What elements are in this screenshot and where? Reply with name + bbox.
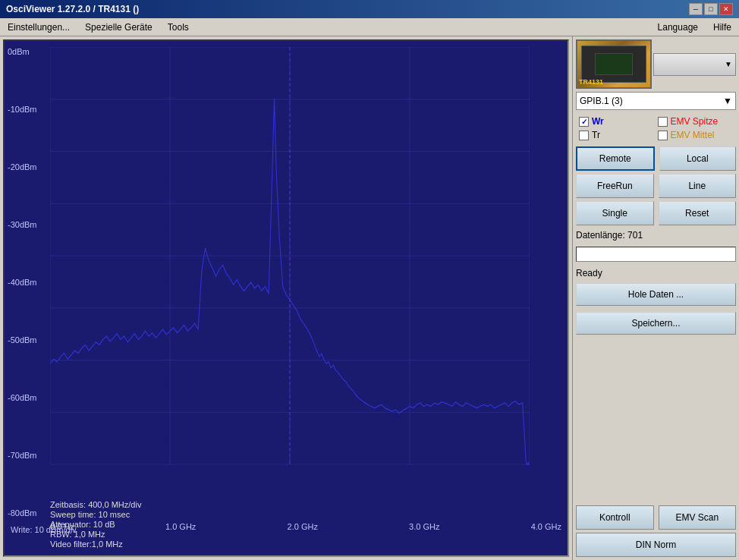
x-label-1: 1.0 GHz — [165, 522, 196, 531]
checkbox-emv-mittel[interactable]: EMV Mittel — [658, 130, 734, 140]
line-button[interactable]: Line — [659, 174, 737, 198]
data-length-value: 701 — [627, 230, 643, 241]
right-panel: TR4131 ▼ GPIB.1 (3) ▼ Wr EMV Spitz — [572, 36, 739, 560]
main-content: 0dBm -10dBm -20dBm -30dBm -40dBm -50dBm … — [0, 36, 739, 560]
window-title: OsciViewer 1.27.2.0 / TR4131 () — [6, 4, 139, 14]
wr-label: Wr — [592, 116, 604, 127]
checkbox-emv-spitze[interactable]: EMV Spitze — [658, 116, 734, 127]
emv-spitze-label: EMV Spitze — [671, 116, 719, 127]
y-label-8: -80dBm — [8, 508, 37, 518]
attenuator: Attenuator: 10 dB — [50, 520, 141, 529]
freerun-button[interactable]: FreeRun — [576, 174, 654, 198]
y-label-2: -20dBm — [8, 162, 37, 171]
tr-checkbox[interactable] — [579, 131, 589, 140]
emv-scan-button[interactable]: EMV Scan — [659, 505, 737, 530]
emv-mittel-checkbox[interactable] — [658, 131, 668, 140]
chart-info: Zeitbasis: 400,0 MHz/div Sweep time: 10 … — [50, 500, 141, 549]
tr-label: Tr — [592, 130, 600, 140]
data-length-label: Datenlänge: — [576, 230, 625, 241]
y-label-6: -60dBm — [8, 393, 37, 402]
gpib-select[interactable]: GPIB.1 (3) ▼ — [576, 92, 736, 110]
title-bar: OsciViewer 1.27.2.0 / TR4131 () ─ □ ✕ — [0, 0, 739, 18]
device-screen — [595, 53, 634, 74]
gpib-label: GPIB.1 (3) — [580, 96, 623, 106]
device-dropdown: ▼ — [653, 53, 736, 76]
menu-language[interactable]: Language — [653, 20, 703, 34]
device-image-row: TR4131 ▼ — [576, 39, 736, 89]
device-dropdown-button[interactable]: ▼ — [653, 53, 736, 76]
hole-daten-button[interactable]: Hole Daten ... — [576, 283, 736, 306]
x-label-2: 2.0 GHz — [288, 522, 318, 531]
y-label-0: 0dBm — [8, 47, 37, 56]
y-label-1: -10dBm — [8, 105, 37, 114]
gpib-dropdown-icon: ▼ — [723, 96, 732, 106]
status-bar — [576, 247, 736, 262]
device-image-inner — [581, 46, 646, 83]
minimize-button[interactable]: ─ — [689, 3, 703, 15]
menu-bar: Einstellungen... Spezielle Geräte Tools … — [0, 18, 739, 36]
chevron-down-icon: ▼ — [725, 60, 732, 68]
checkbox-wr[interactable]: Wr — [579, 116, 655, 127]
chart-parameters: Zeitbasis: 400,0 MHz/div Sweep time: 10 … — [50, 500, 141, 549]
chart-area: 0dBm -10dBm -20dBm -30dBm -40dBm -50dBm … — [3, 39, 569, 557]
emv-mittel-label: EMV Mittel — [671, 130, 715, 140]
checkboxes-area: Wr EMV Spitze Tr EMV Mittel — [576, 113, 736, 143]
spectrum-chart — [50, 47, 530, 518]
close-button[interactable]: ✕ — [719, 3, 733, 15]
video-filter: Video filter:1,0 MHz — [50, 540, 141, 549]
ready-status: Ready — [576, 268, 736, 278]
checkbox-tr[interactable]: Tr — [579, 130, 655, 140]
y-label-5: -50dBm — [8, 335, 37, 344]
zeitbasis: Zeitbasis: 400,0 MHz/div — [50, 500, 141, 509]
menu-right: Language Hilfe — [653, 20, 736, 34]
emv-spitze-checkbox[interactable] — [658, 117, 668, 127]
reset-button[interactable]: Reset — [659, 201, 737, 225]
device-image: TR4131 — [576, 39, 652, 89]
din-norm-button[interactable]: DIN Norm — [576, 533, 736, 557]
menu-einstellungen[interactable]: Einstellungen... — [3, 20, 74, 34]
y-axis: 0dBm -10dBm -20dBm -30dBm -40dBm -50dBm … — [8, 47, 37, 518]
x-label-3: 3.0 GHz — [409, 522, 439, 531]
gpib-row: GPIB.1 (3) ▼ — [576, 92, 736, 110]
rbw: RBW: 1,0 MHz — [50, 530, 141, 539]
bottom-button-row: Kontroll EMV Scan — [576, 505, 736, 530]
wr-checkbox[interactable] — [579, 117, 589, 127]
button-row-3: Single Reset — [576, 201, 736, 225]
kontroll-button[interactable]: Kontroll — [576, 505, 654, 530]
single-button[interactable]: Single — [576, 201, 654, 225]
x-label-4: 4.0 GHz — [531, 522, 561, 531]
data-length-area: Datenlänge: 701 — [576, 228, 736, 242]
y-label-7: -70dBm — [8, 451, 37, 460]
button-row-1: Remote Local — [576, 146, 736, 171]
maximize-button[interactable]: □ — [704, 3, 718, 15]
speichern-button[interactable]: Speichern... — [576, 312, 736, 335]
y-label-3: -30dBm — [8, 220, 37, 229]
local-button[interactable]: Local — [659, 146, 737, 171]
menu-tools[interactable]: Tools — [163, 20, 193, 34]
y-label-4: -40dBm — [8, 278, 37, 287]
menu-hilfe[interactable]: Hilfe — [709, 20, 736, 34]
sweep-time: Sweep time: 10 msec — [50, 510, 141, 519]
menu-spezielle-geraete[interactable]: Spezielle Geräte — [80, 20, 157, 34]
button-row-2: FreeRun Line — [576, 174, 736, 198]
window-controls: ─ □ ✕ — [689, 3, 733, 15]
device-label: TR4131 — [579, 78, 603, 86]
menu-left: Einstellungen... Spezielle Geräte Tools — [3, 20, 193, 34]
remote-button[interactable]: Remote — [576, 146, 655, 171]
